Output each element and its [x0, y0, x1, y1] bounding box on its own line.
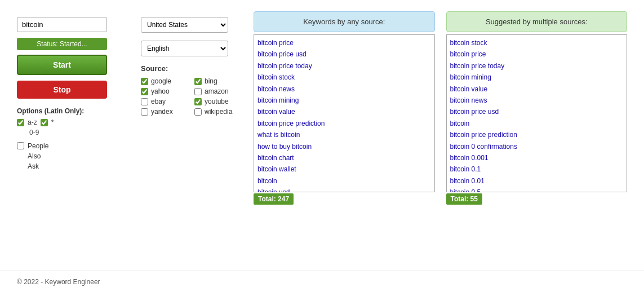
- sub09-label: 0-9: [29, 129, 39, 136]
- source-amazon: amazon: [194, 87, 242, 95]
- source-yandex: yandex: [141, 108, 189, 116]
- keyword-list-multiple[interactable]: bitcoin stockbitcoin pricebitcoin price …: [446, 34, 628, 192]
- footer: © 2022 - Keyword Engineer: [0, 271, 644, 293]
- list-item[interactable]: bitcoin news: [257, 83, 431, 95]
- list-item[interactable]: bitcoin: [257, 175, 431, 187]
- panel-any-header: Keywords by any source:: [254, 11, 435, 32]
- list-item[interactable]: bitcoin price: [257, 37, 431, 48]
- list-item[interactable]: bitcoin price: [450, 48, 624, 60]
- list-item[interactable]: bitcoin mining: [450, 72, 624, 83]
- list-item[interactable]: bitcoin value: [450, 83, 624, 95]
- options-label: Options (Latin Only):: [17, 107, 130, 115]
- list-item[interactable]: bitcoin 0.001: [450, 152, 624, 164]
- yandex-checkbox[interactable]: [141, 108, 148, 116]
- google-checkbox[interactable]: [141, 78, 148, 85]
- source-youtube: youtube: [194, 98, 242, 105]
- list-item[interactable]: bitcoin price prediction: [257, 118, 431, 129]
- source-label: Source:: [141, 64, 242, 73]
- language-select[interactable]: English Spanish French German: [141, 41, 228, 56]
- source-wikipedia: wikipedia: [194, 108, 242, 116]
- list-item[interactable]: bitcoin 0.5: [450, 187, 624, 192]
- list-item[interactable]: what is bitcoin: [257, 129, 431, 140]
- source-grid: google bing yahoo amazon ebay: [141, 77, 242, 116]
- star-label: *: [51, 118, 54, 126]
- total-any: Total: 247: [254, 193, 294, 205]
- ask-label: Ask: [28, 161, 48, 171]
- youtube-checkbox[interactable]: [194, 98, 202, 105]
- list-item[interactable]: bitcoin stock: [257, 72, 431, 83]
- star-checkbox[interactable]: [41, 119, 48, 126]
- country-select[interactable]: United States United Kingdom Canada Aust…: [141, 17, 228, 33]
- list-item[interactable]: bitcoin usd: [257, 187, 431, 192]
- bing-checkbox[interactable]: [194, 78, 202, 85]
- start-button[interactable]: Start: [17, 55, 107, 75]
- panel-multiple-sources: Suggested by multiple sources: bitcoin s…: [446, 11, 628, 205]
- list-item[interactable]: bitcoin mining: [257, 95, 431, 106]
- list-item[interactable]: bitcoin price today: [450, 60, 624, 72]
- total-multiple: Total: 55: [446, 193, 482, 205]
- panel-any-source: Keywords by any source: bitcoin pricebit…: [254, 11, 435, 205]
- list-item[interactable]: bitcoin 0 confirmations: [450, 141, 624, 152]
- list-item[interactable]: bitcoin price prediction: [450, 129, 624, 140]
- list-item[interactable]: bitcoin news: [450, 95, 624, 106]
- people-label: People: [28, 141, 48, 151]
- list-item[interactable]: bitcoin price usd: [450, 106, 624, 117]
- middle-panel: United States United Kingdom Canada Aust…: [141, 11, 242, 116]
- keyword-list-any[interactable]: bitcoin pricebitcoin price usdbitcoin pr…: [254, 34, 435, 192]
- list-item[interactable]: bitcoin chart: [257, 152, 431, 164]
- yahoo-checkbox[interactable]: [141, 88, 148, 95]
- panel-multiple-header: Suggested by multiple sources:: [446, 11, 628, 32]
- source-ebay: ebay: [141, 98, 189, 105]
- list-item[interactable]: how to buy bitcoin: [257, 141, 431, 152]
- stop-button[interactable]: Stop: [17, 81, 107, 99]
- list-item[interactable]: bitcoin price today: [257, 60, 431, 72]
- also-label: Also: [28, 151, 48, 161]
- people-checkbox[interactable]: [17, 142, 24, 149]
- left-panel: Status: Started... Start Stop Options (L…: [17, 11, 130, 171]
- list-item[interactable]: bitcoin wallet: [257, 164, 431, 175]
- az-label: a-z: [28, 118, 37, 126]
- status-bar: Status: Started...: [17, 38, 107, 50]
- source-bing: bing: [194, 77, 242, 85]
- list-item[interactable]: bitcoin value: [257, 106, 431, 117]
- source-yahoo: yahoo: [141, 87, 189, 95]
- list-item[interactable]: bitcoin 0.1: [450, 164, 624, 175]
- keyword-panels: Keywords by any source: bitcoin pricebit…: [254, 11, 627, 205]
- list-item[interactable]: bitcoin stock: [450, 37, 624, 48]
- ebay-checkbox[interactable]: [141, 98, 148, 105]
- keyword-input[interactable]: [17, 17, 107, 32]
- amazon-checkbox[interactable]: [194, 88, 202, 95]
- az-checkbox[interactable]: [17, 119, 24, 126]
- source-google: google: [141, 77, 189, 85]
- list-item[interactable]: bitcoin price usd: [257, 48, 431, 60]
- wikipedia-checkbox[interactable]: [194, 108, 202, 116]
- list-item[interactable]: bitcoin 0.01: [450, 175, 624, 187]
- list-item[interactable]: bitcoin: [450, 118, 624, 129]
